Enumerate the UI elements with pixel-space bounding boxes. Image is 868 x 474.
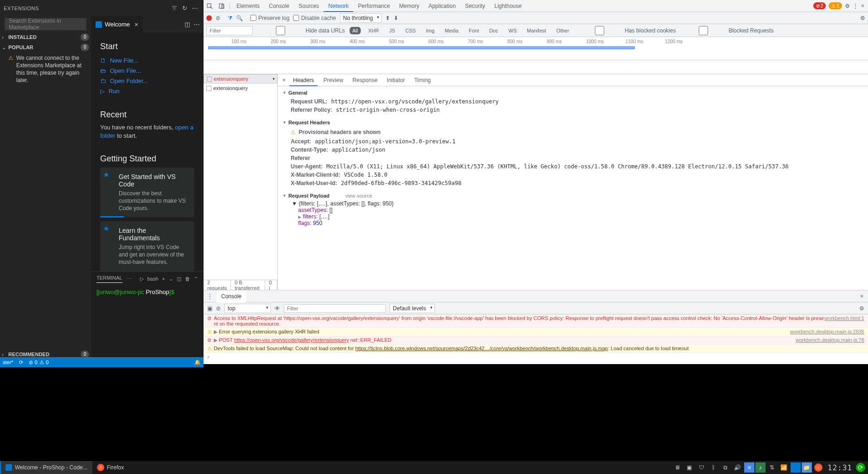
- terminal-split-icon[interactable]: ◫: [177, 276, 181, 282]
- filter-icon[interactable]: [169, 3, 179, 13]
- view-source-link[interactable]: view source: [345, 193, 372, 199]
- tray-volume-icon[interactable]: 🔊: [732, 462, 743, 473]
- console-context-select[interactable]: top: [224, 304, 271, 313]
- settings-icon[interactable]: ⚙: [845, 3, 850, 9]
- network-tab[interactable]: Network: [324, 0, 353, 12]
- filter-js[interactable]: JS: [386, 27, 398, 34]
- record-button[interactable]: [206, 15, 212, 21]
- bell-icon[interactable]: 🔔: [191, 359, 204, 365]
- tray-power-icon[interactable]: ⟳: [856, 463, 865, 472]
- close-detail-icon[interactable]: ×: [281, 77, 287, 83]
- preserve-log-checkbox[interactable]: Preserve log: [250, 15, 289, 21]
- branch-status[interactable]: ster*: [0, 359, 16, 365]
- terminal-add-icon[interactable]: +: [162, 276, 165, 282]
- installed-section[interactable]: › INSTALLED 0: [0, 32, 91, 42]
- taskbar-app-vscode[interactable]: Welcome - ProShop - Code...: [0, 461, 92, 474]
- request-row[interactable]: extensionquery: [204, 74, 277, 83]
- console-prompt[interactable]: ›: [204, 353, 868, 360]
- tab-more-icon[interactable]: ⋯: [194, 21, 200, 28]
- network-waterfall-body[interactable]: [204, 60, 868, 74]
- open-folder-link[interactable]: 🗀Open Folder...: [100, 76, 194, 86]
- console-eye-icon[interactable]: 👁: [274, 305, 280, 312]
- console-filter-input[interactable]: [284, 304, 386, 313]
- clear-icon[interactable]: ⊘: [216, 15, 220, 21]
- initiator-tab[interactable]: Initiator: [383, 74, 408, 86]
- terminal-more-icon[interactable]: ⋯: [127, 276, 132, 282]
- welcome-tab[interactable]: Welcome ×: [91, 16, 143, 32]
- sources-tab[interactable]: Sources: [294, 0, 324, 12]
- hide-data-urls-checkbox[interactable]: Hide data URLs: [257, 26, 345, 35]
- filter-doc[interactable]: Doc: [486, 27, 501, 34]
- warning-count-badge[interactable]: ⚠1: [829, 2, 842, 9]
- console-tab[interactable]: Console: [264, 0, 294, 12]
- disable-cache-checkbox[interactable]: Disable cache: [293, 15, 336, 21]
- console-clear-icon[interactable]: ⊘: [216, 305, 221, 312]
- console-sidebar-icon[interactable]: ▣: [207, 305, 212, 312]
- blocked-requests-checkbox[interactable]: Blocked Requests: [680, 26, 773, 35]
- lighthouse-tab[interactable]: Lighthouse: [490, 0, 526, 12]
- problems-status[interactable]: ⊘ 0 ⚠ 0: [26, 359, 51, 365]
- terminal-shell-icon[interactable]: ▷: [140, 276, 144, 282]
- filter-manifest[interactable]: Manifest: [524, 27, 549, 34]
- console-drawer-tab[interactable]: Console: [217, 290, 246, 302]
- network-overview[interactable]: 100 ms 200 ms 300 ms 400 ms 500 ms 600 m…: [204, 37, 868, 60]
- device-icon[interactable]: [216, 0, 228, 12]
- elements-tab[interactable]: Elements: [232, 0, 264, 12]
- tray-shield-icon[interactable]: 🛡: [696, 462, 707, 473]
- network-filter-input[interactable]: [206, 26, 253, 35]
- filter-other[interactable]: Other: [554, 27, 572, 34]
- tray-bluetooth-icon[interactable]: ᛒ: [708, 462, 719, 473]
- response-tab[interactable]: Response: [349, 74, 381, 86]
- console-level-select[interactable]: Default levels: [389, 304, 435, 313]
- tray-files-icon[interactable]: 📁: [802, 462, 812, 473]
- run-link[interactable]: ▷Run: [100, 86, 194, 96]
- tray-music-icon[interactable]: ♪: [755, 462, 766, 473]
- download-icon[interactable]: ⬇: [394, 15, 398, 21]
- filter-ws[interactable]: WS: [506, 27, 520, 34]
- tray-firefox-icon[interactable]: [813, 462, 824, 473]
- drawer-menu-icon[interactable]: ⋮: [204, 293, 217, 300]
- terminal-trash-icon[interactable]: 🗑: [185, 276, 190, 282]
- taskbar-clock[interactable]: 12:31: [825, 463, 855, 472]
- console-body[interactable]: ⊘Access to XMLHttpRequest at 'https://op…: [204, 314, 868, 364]
- headers-tab[interactable]: Headers: [289, 74, 318, 86]
- open-file-link[interactable]: 🗁Open File...: [100, 65, 194, 76]
- devtools-close-icon[interactable]: ×: [861, 3, 864, 9]
- filter-all[interactable]: All: [350, 27, 361, 34]
- popular-section[interactable]: ⌄ POPULAR 0: [0, 42, 91, 52]
- blocked-cookies-checkbox[interactable]: Has blocked cookies: [576, 26, 676, 35]
- search-icon[interactable]: 🔍: [236, 15, 243, 21]
- tray-network-icon[interactable]: ⧉: [720, 462, 731, 473]
- split-icon[interactable]: ◫: [185, 21, 190, 28]
- tray-usb-icon[interactable]: ⇅: [766, 462, 778, 473]
- upload-icon[interactable]: ⬆: [385, 15, 390, 21]
- new-file-link[interactable]: 🗋New File...: [100, 55, 194, 65]
- taskbar-app-firefox[interactable]: Firefox: [92, 461, 129, 474]
- status-bar[interactable]: ster* ⟳ ⊘ 0 ⚠ 0 🔔: [0, 357, 204, 367]
- search-input[interactable]: Search Extensions in Marketplace: [5, 18, 86, 30]
- error-count-badge[interactable]: ⊘2: [813, 2, 826, 9]
- tray-notes-icon[interactable]: ≡: [744, 462, 754, 473]
- application-tab[interactable]: Application: [424, 0, 460, 12]
- tray-vscode-icon[interactable]: [791, 462, 801, 473]
- inspect-icon[interactable]: [204, 0, 216, 12]
- drawer-close-icon[interactable]: ×: [855, 293, 868, 300]
- network-settings-icon[interactable]: ⚙: [860, 15, 865, 21]
- terminal-tab[interactable]: TERMINAL: [96, 275, 122, 283]
- console-settings-icon[interactable]: ⚙: [859, 305, 864, 312]
- sync-status[interactable]: ⟳: [16, 359, 26, 365]
- filter-css[interactable]: CSS: [402, 27, 419, 34]
- security-tab[interactable]: Security: [460, 0, 490, 12]
- close-icon[interactable]: ×: [134, 21, 138, 28]
- filter-toggle-icon[interactable]: ⧩: [228, 15, 232, 21]
- terminal-dropdown-icon[interactable]: ⌄: [169, 276, 173, 282]
- performance-tab[interactable]: Performance: [353, 0, 395, 12]
- terminal-chevron-up-icon[interactable]: ⌃: [194, 276, 198, 282]
- request-row[interactable]: extensionquery: [204, 83, 277, 93]
- timing-tab[interactable]: Timing: [410, 74, 434, 86]
- terminal-body[interactable]: [junwo@junwo-pc ProShop]$: [91, 286, 204, 298]
- memory-tab[interactable]: Memory: [395, 0, 424, 12]
- devtools-more-icon[interactable]: ⋮: [853, 3, 858, 9]
- preview-tab[interactable]: Preview: [319, 74, 347, 86]
- get-started-card[interactable]: ★ Get Started with VS Code Discover the …: [100, 167, 194, 218]
